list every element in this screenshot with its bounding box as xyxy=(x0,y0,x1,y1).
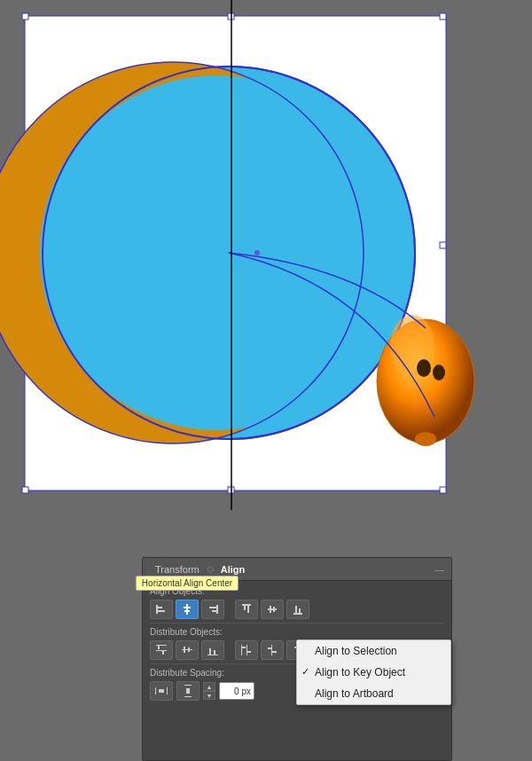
svg-rect-33 xyxy=(268,608,277,610)
svg-rect-46 xyxy=(207,655,218,655)
svg-rect-48 xyxy=(214,650,215,655)
align-bottom-button[interactable] xyxy=(286,600,309,619)
dropdown-item-align-key-object[interactable]: Align to Key Object xyxy=(297,662,450,683)
svg-rect-4 xyxy=(440,242,446,248)
svg-rect-60 xyxy=(167,687,168,694)
tab-transform[interactable]: Transform xyxy=(150,562,205,577)
svg-rect-40 xyxy=(158,646,160,649)
svg-rect-29 xyxy=(212,610,216,612)
svg-rect-47 xyxy=(209,648,211,655)
svg-rect-32 xyxy=(247,606,249,613)
dropdown-item-align-selection[interactable]: Align to Selection xyxy=(297,640,450,662)
svg-point-12 xyxy=(43,67,415,439)
svg-rect-37 xyxy=(295,606,297,613)
svg-rect-61 xyxy=(159,689,164,693)
svg-rect-64 xyxy=(186,688,190,694)
svg-rect-41 xyxy=(156,650,167,651)
align-panel: Transform ◇ Align — Align Objects: Horiz… xyxy=(142,557,452,761)
svg-point-14 xyxy=(377,319,474,443)
svg-point-16 xyxy=(417,359,431,377)
svg-rect-52 xyxy=(247,651,251,653)
align-right-button[interactable] xyxy=(201,600,224,619)
align-left-button[interactable] xyxy=(150,600,173,619)
dist-mid-button[interactable] xyxy=(176,640,199,660)
dropdown-item-align-artboard[interactable]: Align to Artboard xyxy=(297,683,450,704)
svg-point-11 xyxy=(40,75,395,430)
svg-rect-27 xyxy=(216,605,218,614)
svg-rect-34 xyxy=(270,606,271,613)
svg-rect-59 xyxy=(155,687,156,694)
svg-rect-7 xyxy=(22,487,28,493)
svg-rect-24 xyxy=(186,604,188,615)
svg-rect-39 xyxy=(156,645,167,646)
svg-rect-63 xyxy=(184,696,192,697)
svg-rect-25 xyxy=(184,607,191,608)
spacing-up-button[interactable]: ▲ xyxy=(203,682,215,691)
svg-rect-55 xyxy=(272,651,277,653)
svg-rect-2 xyxy=(228,13,234,20)
svg-rect-42 xyxy=(162,651,164,655)
tooltip: Horizontal Align Center xyxy=(136,576,239,591)
spacing-down-button[interactable]: ▼ xyxy=(203,691,215,700)
svg-rect-49 xyxy=(241,645,242,655)
panel-close-button[interactable]: — xyxy=(434,564,444,575)
svg-rect-38 xyxy=(299,608,301,613)
svg-rect-43 xyxy=(182,649,192,650)
svg-rect-30 xyxy=(242,604,251,606)
svg-rect-51 xyxy=(246,645,247,655)
svg-rect-45 xyxy=(188,647,190,652)
svg-rect-35 xyxy=(273,607,275,612)
distribute-objects-label: Distribute Objects: xyxy=(150,627,444,637)
svg-rect-31 xyxy=(244,606,246,610)
spacing-input-field[interactable] xyxy=(219,682,254,700)
spacing-v-button[interactable] xyxy=(176,681,200,701)
align-to-dropdown-menu: Align to Selection Align to Key Object A… xyxy=(296,639,451,705)
svg-rect-50 xyxy=(242,647,246,648)
distribute-spacing-section: Distribute Spacing: ▲ ▼ xyxy=(150,668,254,701)
svg-rect-8 xyxy=(22,242,28,248)
svg-rect-62 xyxy=(184,685,192,686)
dist-left-button[interactable] xyxy=(235,640,258,660)
svg-rect-28 xyxy=(209,607,216,608)
svg-rect-0 xyxy=(25,16,446,490)
svg-rect-36 xyxy=(293,613,302,615)
svg-rect-1 xyxy=(22,13,28,20)
svg-rect-23 xyxy=(158,610,165,612)
svg-point-15 xyxy=(390,315,434,377)
dist-center-button[interactable] xyxy=(261,640,284,660)
svg-point-10 xyxy=(0,62,364,443)
align-center-button[interactable]: Horizontal Align Center xyxy=(176,600,199,619)
svg-rect-5 xyxy=(440,487,446,493)
svg-point-18 xyxy=(415,432,436,446)
svg-point-17 xyxy=(433,365,445,380)
svg-point-20 xyxy=(254,250,260,255)
dist-top-button[interactable] xyxy=(150,640,173,660)
align-middle-button[interactable] xyxy=(261,600,284,619)
svg-rect-26 xyxy=(184,610,190,612)
svg-rect-6 xyxy=(228,487,234,493)
distribute-spacing-label: Distribute Spacing: xyxy=(150,668,254,678)
svg-rect-44 xyxy=(184,647,185,653)
svg-rect-22 xyxy=(158,607,162,608)
svg-point-9 xyxy=(43,67,415,439)
svg-rect-53 xyxy=(271,645,272,655)
dist-bottom-button[interactable] xyxy=(201,640,224,660)
align-top-button[interactable] xyxy=(235,600,258,619)
svg-rect-3 xyxy=(440,13,446,20)
svg-rect-54 xyxy=(268,647,272,649)
svg-point-13 xyxy=(0,62,364,443)
spacing-spinner: ▲ ▼ xyxy=(203,682,215,700)
spacing-h-button[interactable] xyxy=(150,681,173,701)
svg-rect-21 xyxy=(156,605,158,614)
spacing-controls: ▲ ▼ xyxy=(150,681,254,701)
align-objects-buttons: Horizontal Align Center xyxy=(150,600,444,619)
tab-align[interactable]: Align xyxy=(215,562,251,577)
